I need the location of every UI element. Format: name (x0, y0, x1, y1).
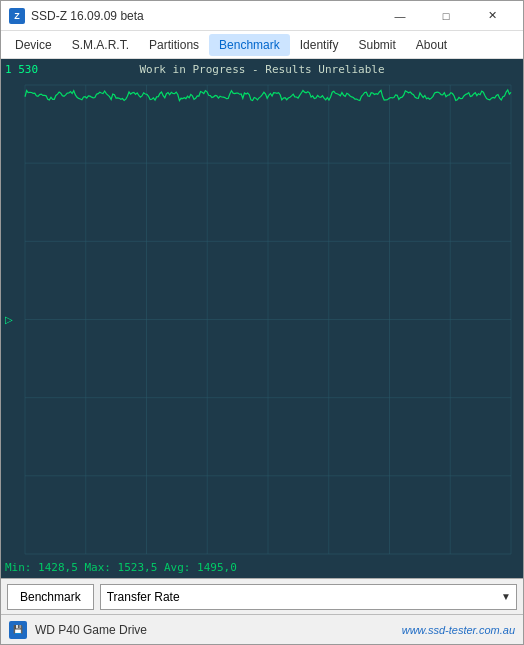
chart-stats: Min: 1428,5 Max: 1523,5 Avg: 1495,0 (5, 561, 237, 574)
menu-item-smart[interactable]: S.M.A.R.T. (62, 34, 139, 56)
main-window: Z SSD-Z 16.09.09 beta — □ ✕ Device S.M.A… (0, 0, 524, 645)
window-controls: — □ ✕ (377, 1, 515, 31)
benchmark-button[interactable]: Benchmark (7, 584, 94, 610)
website-url: www.ssd-tester.com.au (402, 624, 515, 636)
chart-arrow: ▷ (5, 313, 13, 324)
bottom-controls: Benchmark Transfer RateAccess TimeIOPS ▼ (1, 578, 523, 614)
chart-title: Work in Progress - Results Unreliable (139, 63, 384, 76)
chart-container: 1 530 Work in Progress - Results Unrelia… (1, 59, 523, 578)
title-bar: Z SSD-Z 16.09.09 beta — □ ✕ (1, 1, 523, 31)
menu-item-device[interactable]: Device (5, 34, 62, 56)
dropdown-wrapper: Transfer RateAccess TimeIOPS ▼ (100, 584, 517, 610)
menu-bar: Device S.M.A.R.T. Partitions Benchmark I… (1, 31, 523, 59)
minimize-button[interactable]: — (377, 1, 423, 31)
menu-item-partitions[interactable]: Partitions (139, 34, 209, 56)
maximize-button[interactable]: □ (423, 1, 469, 31)
menu-item-benchmark[interactable]: Benchmark (209, 34, 290, 56)
close-button[interactable]: ✕ (469, 1, 515, 31)
device-name: WD P40 Game Drive (35, 623, 402, 637)
menu-item-submit[interactable]: Submit (348, 34, 405, 56)
status-bar: 💾 WD P40 Game Drive www.ssd-tester.com.a… (1, 614, 523, 644)
chart-top-value: 1 530 (5, 63, 38, 76)
window-title: SSD-Z 16.09.09 beta (31, 9, 377, 23)
device-icon: 💾 (9, 621, 27, 639)
chart-svg (5, 63, 519, 574)
app-icon: Z (9, 8, 25, 24)
transfer-type-dropdown[interactable]: Transfer RateAccess TimeIOPS (100, 584, 517, 610)
menu-item-about[interactable]: About (406, 34, 457, 56)
chart-area: 1 530 Work in Progress - Results Unrelia… (1, 59, 523, 578)
menu-item-identify[interactable]: Identify (290, 34, 349, 56)
